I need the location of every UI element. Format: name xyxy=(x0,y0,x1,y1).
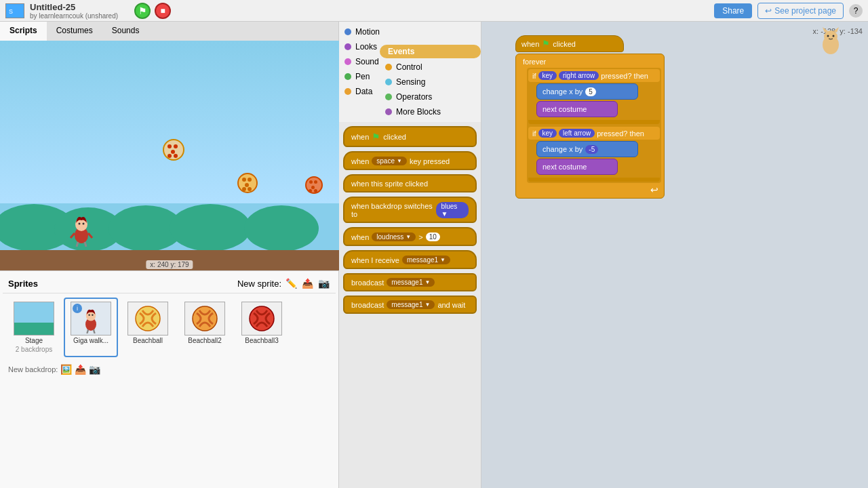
cat-motion-label: Motion xyxy=(355,27,380,37)
code-if-left-block[interactable]: if key left arrow pressed? then xyxy=(528,127,660,140)
block-key-pressed-label: key pressed xyxy=(410,157,450,165)
code-x-val-5[interactable]: 5 xyxy=(585,87,596,96)
main-area: Scripts Costumes Sounds xyxy=(0,22,868,488)
code-clicked-label: clicked xyxy=(553,40,576,48)
sprite-name-beachball3: Beachball3 xyxy=(245,337,278,344)
tab-sounds[interactable]: Sounds xyxy=(102,22,149,41)
block-key-dropdown[interactable]: space ▼ xyxy=(372,157,407,165)
code-block-forever[interactable]: forever if key right arrow pressed? then… xyxy=(515,54,665,199)
code-next-costume-1-label: next costume xyxy=(542,105,587,113)
cat-data-dot xyxy=(344,88,351,95)
top-bar: S Untitled-25 by learnlearncouk (unshare… xyxy=(0,0,868,22)
cat-events[interactable]: Events xyxy=(380,45,481,58)
block-when-backdrop-switches[interactable]: when backdrop switches to blues ▼ xyxy=(343,197,477,223)
help-button[interactable]: ? xyxy=(849,4,863,18)
cat-sensing-label: Sensing xyxy=(396,77,425,87)
block-when-clicked[interactable]: when ⚑ clicked xyxy=(343,126,477,147)
green-flag-button[interactable]: ⚑ xyxy=(134,3,151,19)
sprite-item-beachball[interactable]: Beachball xyxy=(121,298,175,357)
block-loudness-dropdown[interactable]: loudness ▼ xyxy=(372,232,416,241)
sprite-item-giga[interactable]: i Giga walk... xyxy=(64,298,118,357)
code-loop-arrow: ↩ xyxy=(519,183,661,197)
block-categories: Motion Looks Sound Pen Data xyxy=(339,22,481,122)
cat-more-blocks[interactable]: More Blocks xyxy=(380,104,481,119)
svg-text:S: S xyxy=(9,8,13,15)
code-if-close-2 xyxy=(528,178,660,182)
tab-costumes[interactable]: Costumes xyxy=(47,22,102,41)
block-broadcast[interactable]: broadcast message1 ▼ xyxy=(343,273,477,291)
sprites-area: Sprites New sprite: ✏️ 📤 📷 Stage xyxy=(0,271,338,488)
sprite-item-stage[interactable]: Stage 2 backdrops xyxy=(7,298,61,357)
code-key-left-dropdown[interactable]: key xyxy=(538,129,557,138)
backdrop-paint-icon[interactable]: 🖼️ xyxy=(60,364,72,375)
cat-operators[interactable]: Operators xyxy=(380,89,481,104)
sprite-item-beachball2[interactable]: Beachball2 xyxy=(178,298,232,357)
code-if-right-block[interactable]: if key right arrow pressed? then xyxy=(528,69,660,82)
stop-button[interactable]: ■ xyxy=(155,3,171,19)
new-sprite-label: New sprite: xyxy=(237,279,281,289)
cat-motion[interactable]: Motion xyxy=(339,24,481,39)
svg-point-4 xyxy=(79,223,81,225)
see-project-button[interactable]: ↩ See project page xyxy=(757,3,844,19)
svg-point-13 xyxy=(92,314,93,316)
code-right-arrow-val[interactable]: right arrow xyxy=(559,71,599,80)
project-title: Untitled-25 xyxy=(30,2,118,12)
svg-point-12 xyxy=(88,314,90,316)
code-panel[interactable]: x: -128 y: -134 when xyxy=(481,22,868,488)
code-block-next-costume-1[interactable]: next costume xyxy=(536,101,618,117)
blocks-panel: Motion Looks Sound Pen Data xyxy=(339,22,481,488)
sprite-name-stage: Stage xyxy=(25,337,43,344)
sprite-list: Stage 2 backdrops i xyxy=(3,293,336,361)
code-block-when-flag[interactable]: when ⚑ clicked xyxy=(515,35,624,52)
block-broadcast-wait-dropdown[interactable]: message1 ▼ xyxy=(387,300,435,309)
code-forever-label: forever xyxy=(519,56,661,68)
sprite-info-badge[interactable]: i xyxy=(73,304,82,313)
backdrop-camera-icon[interactable]: 📷 xyxy=(89,364,100,375)
code-key-right-dropdown[interactable]: key xyxy=(538,71,557,80)
block-when-sprite-clicked[interactable]: when this sprite clicked xyxy=(343,174,477,192)
block-broadcast-wait[interactable]: broadcast message1 ▼ and wait xyxy=(343,296,477,314)
block-when-key-pressed[interactable]: when space ▼ key pressed xyxy=(343,151,477,170)
hill-4 xyxy=(170,204,251,251)
code-change-x2-label: change x by xyxy=(542,145,583,153)
cat-operators-label: Operators xyxy=(396,92,432,102)
block-when-loudness[interactable]: when loudness ▼ > 10 xyxy=(343,227,477,246)
block-when-label: when xyxy=(351,133,369,141)
cat-control[interactable]: Control xyxy=(380,60,481,75)
sprite-thumb-stage xyxy=(14,302,54,336)
block-when-receive[interactable]: when I receive message1 ▼ xyxy=(343,250,477,269)
cat-control-dot xyxy=(385,64,392,70)
block-receive-dropdown[interactable]: message1 ▼ xyxy=(402,256,450,264)
camera-sprite-icon[interactable]: 📷 xyxy=(317,277,330,290)
code-block-next-costume-2[interactable]: next costume xyxy=(536,159,618,175)
code-when-label: when xyxy=(521,40,539,48)
block-broadcast-dropdown[interactable]: message1 ▼ xyxy=(387,278,435,287)
code-x-val-neg5[interactable]: -5 xyxy=(585,145,598,154)
code-block-change-x-5[interactable]: change x by 5 xyxy=(536,83,638,100)
paint-sprite-icon[interactable]: ✏️ xyxy=(284,277,298,290)
cat-sprite-display xyxy=(814,24,848,58)
block-loudness-val[interactable]: 10 xyxy=(426,232,440,241)
cat-sensing[interactable]: Sensing xyxy=(380,75,481,89)
code-stack-1: when ⚑ clicked forever if key right arro… xyxy=(515,35,665,200)
block-backdrop-dropdown[interactable]: blues ▼ xyxy=(436,202,469,218)
svg-point-23 xyxy=(824,30,837,43)
backdrop-upload-icon[interactable]: 📤 xyxy=(75,364,86,375)
upload-sprite-icon[interactable]: 📤 xyxy=(300,277,314,290)
ball-1 xyxy=(163,139,184,161)
see-project-label: See project page xyxy=(774,6,836,16)
cat-sensing-dot xyxy=(385,79,392,85)
code-left-arrow-val[interactable]: left arrow xyxy=(559,129,595,138)
svg-line-7 xyxy=(85,242,86,247)
sprite-subname-stage: 2 backdrops xyxy=(16,346,52,353)
cat-sound-label: Sound xyxy=(355,57,379,66)
share-button[interactable]: Share xyxy=(714,3,752,18)
cat-more-blocks-dot xyxy=(385,108,392,115)
tab-scripts[interactable]: Scripts xyxy=(0,22,47,41)
character-sprite xyxy=(68,209,95,247)
svg-point-5 xyxy=(83,223,85,225)
svg-line-15 xyxy=(94,329,95,333)
sprite-name-giga: Giga walk... xyxy=(73,337,108,344)
sprite-item-beachball3[interactable]: Beachball3 xyxy=(235,298,289,357)
code-block-change-x-neg5[interactable]: change x by -5 xyxy=(536,141,638,157)
